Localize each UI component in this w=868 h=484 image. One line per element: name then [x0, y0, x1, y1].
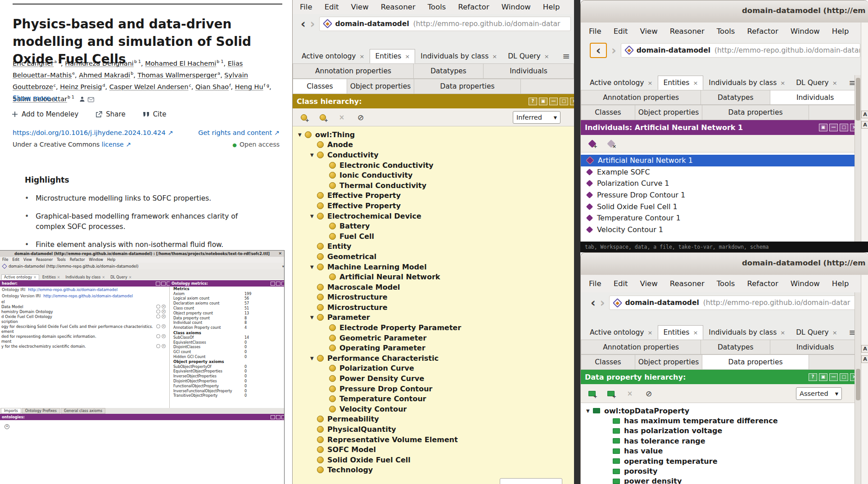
menu-item[interactable]: Window — [89, 258, 104, 262]
class-tree-row[interactable]: ▼ Polarization Curve — [293, 363, 574, 374]
tab-close-icon[interactable]: × — [544, 53, 549, 60]
tab[interactable]: Active ontology× — [296, 49, 370, 63]
panel-button[interactable]: □ — [840, 124, 848, 131]
tab[interactable]: Individuals by class× — [703, 325, 791, 340]
tab[interactable]: Active ontology× — [1, 274, 39, 280]
class-tree-row[interactable]: ▼ Effective Property — [293, 191, 574, 201]
tab[interactable]: Entities× — [40, 275, 63, 280]
class-tree-row[interactable]: ▼ Electronic Conductivity — [293, 160, 574, 170]
panel-button[interactable]: ? — [529, 98, 537, 105]
panel-button[interactable]: ▣ — [539, 98, 547, 105]
mini-address-bar[interactable]: domain-datamodel (http://emmo-repo.githu… — [0, 263, 285, 269]
doi-link[interactable]: https://doi.org/10.1016/j.ijhydene.2024.… — [13, 129, 173, 136]
share-button[interactable]: Share — [95, 110, 125, 118]
class-tree-row[interactable]: ▼ Permeability — [293, 414, 574, 425]
class-tree-row[interactable]: ▼ SOFC Model — [293, 444, 574, 455]
panel-button[interactable] — [271, 282, 275, 286]
scrollbar-thumb[interactable] — [856, 78, 860, 121]
individual-row[interactable]: Example SOFC — [581, 166, 861, 178]
tab-close-icon[interactable]: × — [57, 275, 60, 279]
panel-button[interactable] — [271, 415, 275, 419]
delete-class-icon[interactable]: × — [336, 112, 348, 122]
tab[interactable]: Imports — [1, 408, 21, 414]
subtab[interactable]: Datatypes — [414, 63, 484, 79]
author-link[interactable]: Casper Welzel Andersenc, — [109, 83, 195, 90]
tab[interactable]: Active ontology× — [584, 325, 658, 340]
individual-row[interactable]: Polarization Curve 1 — [581, 178, 861, 189]
individual-row[interactable]: Pressure Drop Contour 1 — [581, 189, 861, 201]
expand-icon[interactable]: ▼ — [310, 356, 317, 361]
panel-button[interactable]: □ — [840, 373, 848, 381]
add-to-mendeley-button[interactable]: Add to Mendeley — [12, 110, 78, 118]
class-tree-row[interactable]: ▼ Thermal Conductivity — [293, 180, 574, 191]
ontology-iri-link[interactable]: http://emmo-repo.github.io/domain-datamo… — [28, 287, 118, 292]
class-tree-row[interactable]: ▼ Pressure Drop Contour — [293, 384, 574, 394]
menu-item[interactable]: Window — [791, 279, 820, 288]
titlebar[interactable]: domain-datamodel (http://em — [581, 0, 868, 23]
menu-item[interactable]: Reasoner — [381, 3, 416, 11]
class-tree-row[interactable]: ▼ Representative Volume Element — [293, 435, 574, 445]
tab[interactable]: Individuals by class× — [703, 76, 791, 90]
tab-close-icon[interactable]: × — [648, 329, 653, 336]
hierarchy-mode-select[interactable]: Asserted▾ — [796, 387, 842, 400]
class-tree-row[interactable]: ▼ Solid Oxide Fuel Cell — [293, 455, 574, 465]
panel-button[interactable]: ▣ — [819, 373, 827, 381]
class-tree-row[interactable]: ▼ Ionic Conductivity — [293, 170, 574, 180]
tab[interactable]: Individuals by class× — [415, 49, 502, 63]
class-tree-row[interactable]: ▼ Electrode Property Parameter — [293, 323, 574, 333]
tab-close-icon[interactable]: × — [832, 80, 837, 86]
data-property-row[interactable]: ▼ has value — [581, 446, 861, 456]
subtab[interactable]: Data properties — [702, 105, 809, 120]
class-tree-row[interactable]: ▼ Fuel Cell — [293, 231, 574, 242]
panel-button[interactable] — [281, 415, 285, 419]
forward-icon[interactable]: › — [310, 18, 315, 30]
show-more-link[interactable]: Show more ∨ — [13, 94, 58, 103]
class-tree-row[interactable]: ▼ Technology — [293, 465, 574, 475]
tab[interactable]: Entities× — [658, 76, 703, 90]
class-tree-row[interactable]: ▼ Operating Parameter — [293, 343, 574, 353]
ontology-address-field[interactable]: domain-datamodel (http://emmo-repo.githu… — [609, 296, 860, 310]
panel-button[interactable]: ? — [809, 373, 817, 381]
expand-icon[interactable]: ▼ — [310, 214, 317, 219]
panel-button[interactable]: — — [829, 373, 838, 381]
class-tree-row[interactable]: ▼ Performance Characteristic — [293, 353, 574, 363]
add-sibling-property-icon[interactable]: + — [605, 389, 617, 399]
ontology-address-field[interactable]: domain-datamodel (http://emmo-repo.githu… — [319, 17, 571, 31]
class-tree-row[interactable]: ▼ Battery — [293, 221, 574, 231]
add-import-icon[interactable]: + — [5, 424, 9, 429]
menu-item[interactable]: File — [300, 3, 312, 11]
subtab[interactable]: Object properties — [347, 79, 414, 94]
subtab[interactable]: Annotation properties — [581, 340, 701, 354]
class-tree-row[interactable]: ▼ Microstructure — [293, 292, 574, 303]
tab-close-icon[interactable]: × — [832, 329, 837, 336]
menu-item[interactable]: Refactor — [747, 279, 778, 288]
subtab[interactable]: Classes — [293, 79, 347, 94]
class-tree-row[interactable]: ▼ Machine Learning Model — [293, 262, 574, 272]
individual-row[interactable]: Velocity Contour 1 — [581, 224, 861, 236]
menu-item[interactable]: Help — [107, 258, 115, 262]
menu-item[interactable]: Help — [832, 279, 849, 288]
subtab[interactable]: Annotation properties — [581, 90, 701, 105]
class-tree-row[interactable]: ▼ PhysicalQuantity — [293, 424, 574, 435]
panel-button[interactable]: — — [829, 124, 838, 131]
subtab[interactable]: Individuals — [770, 340, 860, 354]
author-link[interactable]: Ahmed Makradib, — [79, 72, 137, 79]
hierarchy-mode-select[interactable]: Inferred▾ — [513, 111, 561, 124]
class-tree-row[interactable]: ▼ Parameter — [293, 313, 574, 323]
menu-item[interactable]: Window — [502, 3, 531, 11]
panel-button[interactable] — [161, 282, 166, 286]
subtab[interactable]: Object properties — [635, 105, 702, 120]
rights-link[interactable]: Get rights and content ↗ — [198, 129, 280, 136]
subtab[interactable]: Data properties — [414, 79, 521, 94]
menu-item[interactable]: Help — [543, 3, 560, 11]
tab[interactable]: Ontology Prefixes — [22, 408, 60, 414]
menu-item[interactable]: Tools — [717, 279, 735, 288]
subtab[interactable]: Classes — [581, 354, 635, 370]
subtab[interactable]: Individuals — [770, 90, 860, 105]
panel-button[interactable]: — — [549, 98, 558, 105]
menu-item[interactable]: Reasoner — [670, 27, 705, 36]
ontology-address-field[interactable]: domain-datamodel (http://emmo-repo.githu… — [621, 43, 860, 58]
menu-item[interactable]: View — [640, 279, 658, 288]
class-tree-row[interactable]: ▼ owl:Thing — [293, 130, 574, 140]
menu-item[interactable]: Reasoner — [36, 258, 53, 262]
